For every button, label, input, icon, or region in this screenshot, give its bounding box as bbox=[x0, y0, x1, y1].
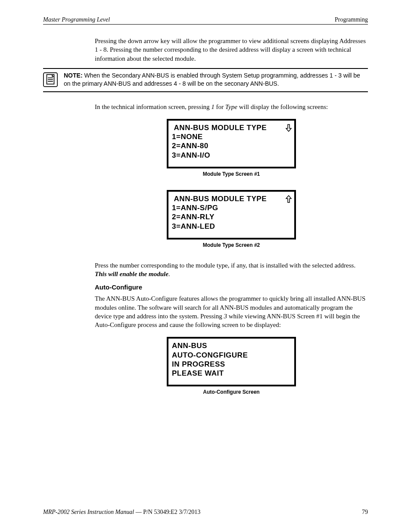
lcd-line: 1=NONE bbox=[172, 132, 291, 141]
lcd-line: ANN-BUS bbox=[172, 341, 291, 350]
lcd-line: AUTO-CONGFIGURE bbox=[172, 351, 291, 360]
lcd-line: 2=ANN-80 bbox=[172, 141, 291, 150]
paragraph: In the technical information screen, pre… bbox=[95, 103, 368, 111]
page-header: Master Programming Level Programming bbox=[43, 16, 368, 25]
note-label: NOTE: bbox=[64, 72, 83, 79]
section-heading: Auto-Configure bbox=[95, 283, 368, 291]
paragraph: Press the number corresponding to the mo… bbox=[95, 261, 368, 279]
caption: Module Type Screen #2 bbox=[95, 242, 368, 248]
page-footer: MRP-2002 Series Instruction Manual — P/N… bbox=[43, 509, 368, 516]
lcd-line: 3=ANN-LED bbox=[172, 222, 291, 231]
arrow-down-icon bbox=[286, 124, 292, 132]
lcd-screen-2: ANN-BUS MODULE TYPE 1=ANN-S/PG 2=ANN-RLY… bbox=[167, 190, 296, 240]
header-left: Master Programming Level bbox=[43, 16, 110, 23]
paragraph: Pressing the down arrow key will allow t… bbox=[95, 37, 368, 63]
lcd-line: 1=ANN-S/PG bbox=[172, 203, 291, 212]
note-icon bbox=[43, 72, 58, 87]
header-right: Programming bbox=[335, 16, 368, 23]
note-box: NOTE: When the Secondary ANN-BUS is enab… bbox=[43, 68, 368, 92]
footer-left: MRP-2002 Series Instruction Manual — P/N… bbox=[43, 509, 200, 516]
note-text: NOTE: When the Secondary ANN-BUS is enab… bbox=[64, 72, 368, 88]
lcd-line: IN PROGRESS bbox=[172, 360, 291, 369]
caption: Auto-Configure Screen bbox=[95, 389, 368, 395]
paragraph: The ANN-BUS Auto-Configure features allo… bbox=[95, 294, 368, 329]
arrow-up-icon bbox=[286, 195, 292, 203]
lcd-line: 2=ANN-RLY bbox=[172, 212, 291, 221]
lcd-line: PLEASE WAIT bbox=[172, 369, 291, 378]
lcd-line: ANN-BUS MODULE TYPE bbox=[172, 194, 291, 203]
lcd-line: 3=ANN-I/O bbox=[172, 151, 291, 160]
page-number: 79 bbox=[362, 509, 368, 516]
lcd-screen-1: ANN-BUS MODULE TYPE 1=NONE 2=ANN-80 3=AN… bbox=[167, 119, 296, 168]
note-body: When the Secondary ANN-BUS is enabled th… bbox=[64, 72, 360, 87]
lcd-line: ANN-BUS MODULE TYPE bbox=[172, 123, 291, 132]
lcd-screen-3: ANN-BUS AUTO-CONGFIGURE IN PROGRESS PLEA… bbox=[167, 337, 296, 386]
caption: Module Type Screen #1 bbox=[95, 171, 368, 177]
